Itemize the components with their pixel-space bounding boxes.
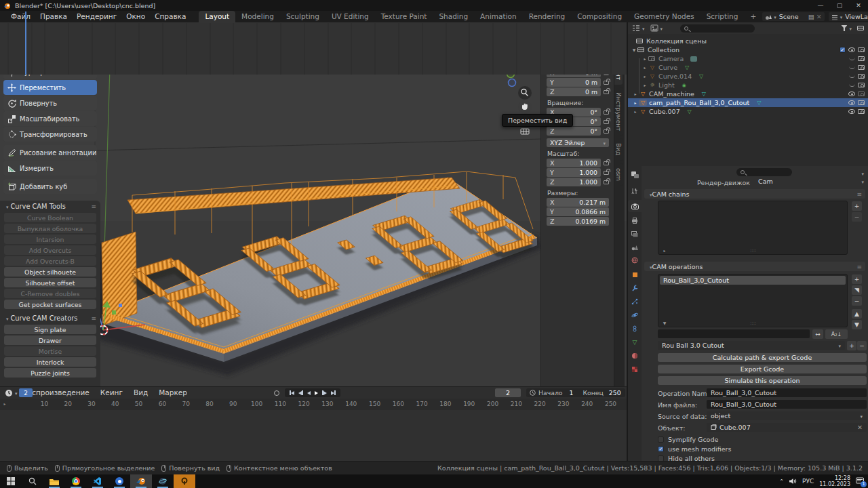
outliner-row-cam-machine[interactable]: ▸ ▽ CAM_machine ▽ — [628, 89, 868, 98]
workspace-tab[interactable]: Layout — [199, 11, 235, 22]
tab-physics[interactable] — [628, 309, 642, 321]
hide-icon[interactable] — [848, 109, 855, 114]
hidden-icon[interactable] — [849, 66, 855, 69]
preset-dropdown[interactable]: Rou Ball 3.0 Cutout — [658, 341, 845, 350]
cam-tool-button[interactable]: Silhouete offset — [4, 278, 96, 287]
cam-tool-button[interactable]: Add Overcuts — [4, 245, 96, 255]
lock-icon[interactable] — [604, 161, 609, 165]
unlink-scene-icon[interactable]: ✕ — [816, 13, 822, 20]
tab-particles[interactable] — [628, 296, 642, 308]
tool-scale[interactable]: Масштабировать — [3, 111, 97, 126]
cam-creators-panel-header[interactable]: Curve CAM Creators — [0, 312, 100, 323]
end-frame-field[interactable]: 250 — [609, 389, 621, 396]
mesh-modifiers-checkbox[interactable] — [658, 446, 664, 452]
operation-specials-button[interactable]: ◥ — [852, 285, 862, 295]
outliner-row-curve014[interactable]: ▸ ▽ Curve.014 ▽ — [628, 72, 868, 81]
simplify-gcode-row[interactable]: Symplify Gcode — [658, 436, 718, 443]
operation-remove-button[interactable]: − — [852, 296, 862, 306]
language-indicator[interactable]: РУС — [802, 478, 814, 485]
list-filter-field[interactable] — [658, 329, 810, 338]
cam-tool-button[interactable]: Add Overcuts-B — [4, 256, 96, 266]
sort-alphabetical-icon[interactable]: A₂↓ — [825, 329, 848, 339]
taskbar-vscode[interactable] — [87, 474, 108, 488]
sidebar-tab-tool[interactable]: Инструмент — [614, 87, 623, 136]
dimensions-z-field[interactable]: Z0.0169 m — [547, 217, 609, 226]
hidden-icon[interactable] — [849, 75, 855, 78]
taskbar-chrome[interactable] — [65, 474, 87, 488]
record-button[interactable] — [274, 390, 279, 396]
calculate-path-button[interactable]: Calculate path & export Gcode — [658, 353, 867, 362]
tool-measure[interactable]: Измерить — [3, 161, 97, 176]
play-reverse-button[interactable] — [307, 391, 311, 395]
viewport-3d[interactable]: Z X Пользова — [0, 45, 627, 386]
next-keyframe-button[interactable] — [322, 390, 327, 395]
scale-y-field[interactable]: Y1.000 — [547, 168, 601, 177]
menu-item[interactable]: Окно — [121, 11, 150, 22]
sidebar-tab-view[interactable]: Вид — [614, 138, 623, 160]
gizmo-z-neg[interactable] — [509, 79, 516, 87]
cam-tool-button[interactable]: Object silhouete — [4, 267, 96, 277]
object-field[interactable]: Cube.007 ✕ — [707, 423, 867, 432]
render-visibility-icon[interactable] — [858, 109, 865, 114]
cam-tool-button[interactable]: Intarsion — [4, 235, 96, 244]
dimensions-x-field[interactable]: X0.217 m — [547, 198, 609, 207]
workspace-tab[interactable]: Animation — [474, 11, 523, 22]
tray-expand-icon[interactable]: ⌃ — [779, 479, 784, 485]
timeline-editor-icon[interactable] — [5, 389, 13, 397]
workspace-tab[interactable]: Shading — [433, 11, 474, 22]
hide-icon[interactable] — [848, 47, 855, 52]
tab-world[interactable] — [628, 254, 642, 266]
lock-icon[interactable] — [604, 120, 609, 124]
timeline-ruler[interactable]: ▸ 10203040506070809010011012013014015016… — [0, 399, 627, 410]
tool-rotate[interactable]: Повернуть — [3, 96, 97, 110]
current-frame-field[interactable]: 2 — [495, 388, 521, 397]
workspace-tab[interactable]: Texture Paint — [375, 11, 433, 22]
tab-tool[interactable] — [628, 185, 642, 197]
prev-keyframe-button[interactable] — [298, 390, 303, 395]
start-button[interactable] — [0, 474, 22, 488]
cam-tool-button[interactable]: C-Remove doubles — [4, 289, 96, 298]
outliner-row-cube007[interactable]: ▸ ▽ Cube.007 ▽ — [628, 107, 868, 116]
cam-tool-button[interactable]: Curve Boolean — [4, 213, 96, 222]
properties-search[interactable] — [736, 168, 792, 176]
workspace-tab[interactable]: + — [744, 11, 762, 22]
render-engine-dropdown[interactable]: Cam — [758, 178, 864, 185]
close-button[interactable]: ✕ — [849, 0, 868, 11]
operation-add-button[interactable]: + — [852, 274, 862, 284]
menu-item[interactable]: Справка — [150, 11, 191, 22]
taskbar-blue-app[interactable] — [108, 474, 130, 488]
simplify-checkbox[interactable] — [658, 436, 664, 443]
scene-selector[interactable]: Scene ▤ ✕ — [762, 12, 824, 21]
notifications-icon[interactable]: 1 — [856, 477, 864, 486]
operation-move-up-button[interactable]: ▲ — [852, 309, 862, 319]
tab-object-data[interactable]: ▽ — [628, 336, 642, 348]
cam-tools-panel-header[interactable]: Curve CAM Tools — [0, 201, 100, 211]
tab-material[interactable] — [628, 350, 642, 362]
cam-creator-button[interactable]: Mortise — [4, 346, 96, 356]
timeline-track-area[interactable] — [0, 23, 627, 75]
start-frame-field[interactable]: 1 — [570, 389, 574, 396]
cam-operations-panel-header[interactable]: CAM operations — [644, 262, 865, 271]
timeline-menu-item[interactable]: Вид — [128, 387, 153, 399]
scale-z-field[interactable]: Z1.000 — [547, 178, 601, 186]
new-scene-icon[interactable]: ▤ — [808, 13, 814, 20]
lock-icon[interactable] — [604, 171, 609, 175]
timeline-menu-item[interactable]: Кеинг — [95, 387, 128, 399]
properties-editor-type-icon[interactable] — [628, 169, 642, 181]
play-button[interactable] — [315, 391, 318, 395]
filter-invert-icon[interactable]: ↔ — [812, 329, 823, 339]
render-visibility-icon[interactable] — [858, 83, 865, 87]
workspace-tab[interactable]: Compositing — [571, 11, 628, 22]
tab-output[interactable] — [628, 214, 642, 226]
taskbar-orange-app[interactable] — [174, 474, 195, 488]
workspace-tab[interactable]: UV Editing — [326, 11, 375, 22]
outliner-row-cam-path[interactable]: ▸ ▽ cam_path_Rou_Ball_3,0_Cutout ▽ — [628, 98, 868, 107]
lock-icon[interactable] — [604, 110, 609, 115]
operation-name-field[interactable]: Rou_Ball_3,0_Cutout — [707, 388, 867, 397]
outliner-row-curve[interactable]: ▸ ▽ Curve ▽ — [628, 63, 868, 72]
render-visibility-icon[interactable] — [858, 47, 865, 52]
cam-creator-button[interactable]: Sign plate — [4, 325, 96, 334]
tab-viewlayer[interactable] — [628, 228, 642, 240]
tab-texture[interactable] — [628, 363, 642, 375]
tool-add-cube[interactable]: Добавить куб — [3, 179, 97, 194]
